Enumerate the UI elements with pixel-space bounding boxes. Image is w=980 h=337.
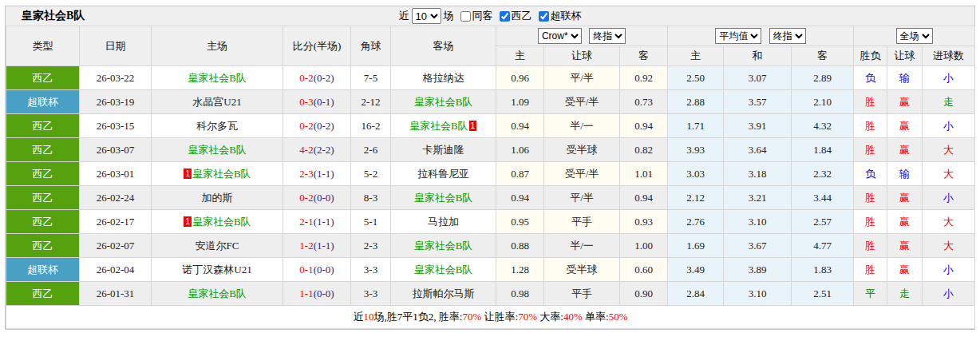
league-xiyi-checkbox[interactable] — [500, 11, 510, 22]
avg-away-cell: 3.44 — [792, 186, 854, 210]
home-team-cell[interactable]: 加的斯 — [152, 186, 283, 210]
result-cell: 负 — [854, 66, 887, 90]
odds-home-cell: 1.06 — [496, 138, 544, 162]
team-name[interactable]: 水晶宫U21 — [192, 96, 241, 108]
odds-time-select-1[interactable]: 终指 — [589, 28, 626, 44]
goals-cell: 大 — [923, 162, 975, 186]
team-name[interactable]: 格拉纳达 — [423, 72, 464, 84]
team-name[interactable]: 安道尔FC — [196, 240, 239, 252]
league-chaolianbei-checkbox[interactable] — [539, 11, 549, 22]
avg-away-cell: 1.84 — [792, 138, 854, 162]
same-away-checkbox[interactable] — [460, 11, 471, 22]
team-name[interactable]: 皇家社会B队 — [192, 216, 251, 228]
odds-away-cell: 0.92 — [620, 66, 668, 90]
team-name[interactable]: 拉科鲁尼亚 — [417, 168, 469, 180]
avg-home-cell: 2.50 — [668, 66, 724, 90]
home-team-cell[interactable]: 诺丁汉森林U21 — [152, 258, 283, 282]
corner-cell: 2-3 — [351, 234, 391, 258]
avg-home-cell: 3.93 — [668, 138, 724, 162]
avg-home-cell: 3.03 — [668, 162, 724, 186]
team-name[interactable]: 皇家社会B队 — [414, 96, 473, 108]
league-type-cell: 西乙 — [6, 66, 80, 90]
team-name[interactable]: 卡斯迪隆 — [423, 144, 464, 156]
odds-company-select[interactable]: Crow* — [538, 28, 582, 44]
team-name[interactable]: 皇家社会B队 — [414, 240, 473, 252]
home-team-cell[interactable]: 皇家社会B队 — [152, 282, 283, 306]
league-type-cell: 西乙 — [6, 210, 80, 234]
home-team-cell[interactable]: 1皇家社会B队 — [152, 210, 283, 234]
team-name[interactable]: 马拉加 — [428, 216, 459, 228]
avg-away-cell: 2.32 — [792, 162, 854, 186]
away-team-cell[interactable]: 皇家社会B队 — [391, 90, 496, 114]
away-team-cell[interactable]: 拉科鲁尼亚 — [391, 162, 496, 186]
away-team-cell[interactable]: 卡斯迪隆 — [391, 138, 496, 162]
avg-away-cell: 2.89 — [792, 66, 854, 90]
team-name[interactable]: 皇家社会B队 — [414, 192, 473, 204]
result-cell: 胜 — [854, 138, 887, 162]
score-cell: 1-1(0-0) — [283, 282, 351, 306]
avg-draw-cell: 3.64 — [724, 138, 792, 162]
avg-home-cell: 2.88 — [668, 90, 724, 114]
handicap-result-cell: 赢 — [887, 114, 923, 138]
average-header: 平均值 终指 — [668, 26, 854, 46]
odds-handicap-cell: 受平/半 — [544, 162, 620, 186]
avg-home-cell: 1.69 — [668, 234, 724, 258]
team-name[interactable]: 拉斯帕尔马斯 — [413, 287, 475, 299]
home-team-cell[interactable]: 皇家社会B队 — [152, 138, 283, 162]
avg-away-cell: 4.32 — [792, 114, 854, 138]
team-name[interactable]: 皇家社会B队 — [188, 72, 247, 84]
match-row: 超联杯26-02-04诺丁汉森林U210-1(0-0)3-3皇家社会B队1.28… — [6, 258, 975, 282]
col-avg-home: 主 — [668, 46, 724, 66]
avg-draw-cell: 3.10 — [724, 282, 792, 306]
col-handicap-result: 让球 — [887, 46, 923, 66]
home-team-cell[interactable]: 皇家社会B队 — [152, 66, 283, 90]
away-team-cell[interactable]: 格拉纳达 — [391, 66, 496, 90]
odds-time-select-2[interactable]: 终指 — [769, 28, 806, 44]
away-team-cell[interactable]: 皇家社会B队 — [391, 234, 496, 258]
away-team-cell[interactable]: 皇家社会B队 — [391, 186, 496, 210]
team-name[interactable]: 皇家社会B队 — [409, 120, 468, 132]
away-team-cell[interactable]: 皇家社会B队1 — [391, 114, 496, 138]
date-cell: 26-02-17 — [80, 210, 152, 234]
score-cell: 0-2(0-0) — [283, 186, 351, 210]
team-name[interactable]: 皇家社会B队 — [188, 144, 247, 156]
team-name[interactable]: 诺丁汉森林U21 — [182, 264, 251, 276]
goals-cell: 小 — [923, 66, 975, 90]
corner-cell: 3-3 — [351, 282, 391, 306]
avg-draw-cell: 3.57 — [724, 90, 792, 114]
home-team-cell[interactable]: 安道尔FC — [152, 234, 283, 258]
odds-home-cell: 0.96 — [496, 66, 544, 90]
odds-home-cell: 1.09 — [496, 90, 544, 114]
odds-handicap-cell: 平/半 — [544, 186, 620, 210]
date-cell: 26-02-04 — [80, 258, 152, 282]
avg-home-cell: 1.71 — [668, 114, 724, 138]
goals-cell: 小 — [923, 114, 975, 138]
away-team-cell[interactable]: 马拉加 — [391, 210, 496, 234]
rank-badge: 1 — [469, 121, 477, 131]
score-cell: 0-1(0-0) — [283, 258, 351, 282]
team-name[interactable]: 皇家社会B队 — [188, 287, 247, 299]
home-team-cell[interactable]: 水晶宫U21 — [152, 90, 283, 114]
league-type-cell: 西乙 — [6, 186, 80, 210]
match-count-select[interactable]: 10 — [412, 8, 441, 24]
avg-away-cell: 2.10 — [792, 90, 854, 114]
average-select[interactable]: 平均值 — [715, 28, 761, 44]
scope-select[interactable]: 全场 — [896, 28, 933, 44]
result-cell: 负 — [854, 162, 887, 186]
home-team-cell[interactable]: 1皇家社会B队 — [152, 162, 283, 186]
team-name[interactable]: 皇家社会B队 — [414, 264, 473, 276]
team-name[interactable]: 皇家社会B队 — [192, 168, 251, 180]
match-row: 西乙26-03-07皇家社会B队4-2(2-2)2-6卡斯迪隆1.06受半球0.… — [6, 138, 975, 162]
home-team-cell[interactable]: 科尔多瓦 — [152, 114, 283, 138]
match-row: 西乙26-03-011皇家社会B队2-3(1-1)5-2拉科鲁尼亚0.87受平/… — [6, 162, 975, 186]
avg-away-cell: 4.77 — [792, 234, 854, 258]
corner-cell: 2-12 — [351, 90, 391, 114]
team-name[interactable]: 科尔多瓦 — [196, 120, 238, 132]
result-cell: 胜 — [854, 114, 887, 138]
team-name[interactable]: 加的斯 — [202, 192, 233, 204]
away-team-cell[interactable]: 拉斯帕尔马斯 — [391, 282, 496, 306]
away-team-cell[interactable]: 皇家社会B队 — [391, 258, 496, 282]
goals-cell: 大 — [923, 138, 975, 162]
filter-controls: 近 10 场 同客 西乙 超联杯 — [6, 6, 974, 26]
odds-away-cell: 1.01 — [620, 162, 668, 186]
